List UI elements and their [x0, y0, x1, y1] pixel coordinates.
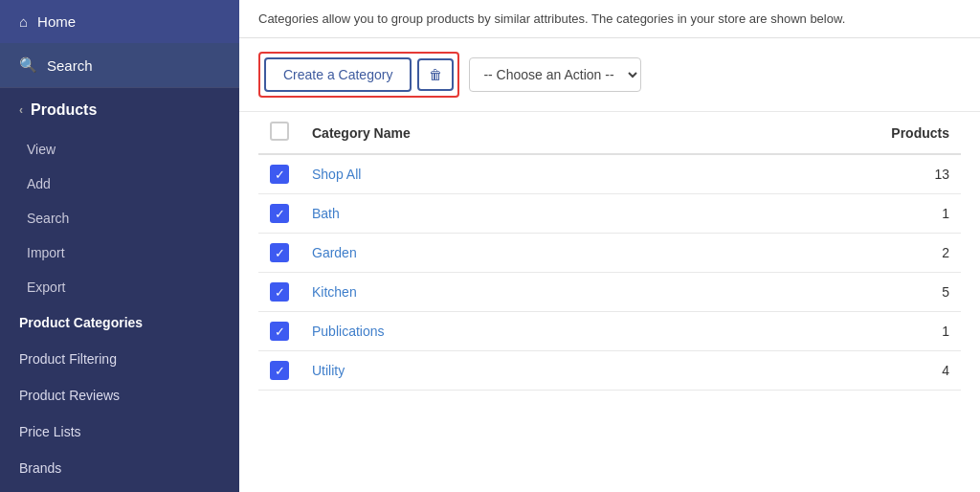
- table-row: ✓ Garden 2: [258, 234, 961, 273]
- sidebar-home-label: Home: [37, 13, 76, 30]
- sidebar-subitem-import-label: Import: [27, 245, 65, 260]
- row-category-link-0[interactable]: Shop All: [312, 167, 361, 182]
- toolbar-highlight-box: Create a Category 🗑: [258, 52, 459, 98]
- sidebar-item-price-lists[interactable]: Price Lists: [0, 414, 239, 450]
- sidebar-item-product-filtering[interactable]: Product Filtering: [0, 341, 239, 377]
- row-category-name-3: Kitchen: [301, 273, 697, 312]
- sidebar-subitem-export-label: Export: [27, 280, 65, 295]
- sidebar-subitem-view[interactable]: View: [0, 132, 239, 167]
- table-row: ✓ Kitchen 5: [258, 273, 961, 312]
- sidebar: ⌂ Home 🔍 Search ‹ Products View Add Sear…: [0, 0, 239, 492]
- home-icon: ⌂: [19, 13, 28, 30]
- delete-button[interactable]: 🗑: [417, 58, 454, 91]
- sidebar-search-top-label: Search: [47, 57, 93, 74]
- row-checkbox-0[interactable]: ✓: [270, 165, 289, 184]
- row-checkbox-1[interactable]: ✓: [270, 204, 289, 223]
- sidebar-subitem-search[interactable]: Search: [0, 201, 239, 235]
- trash-icon: 🗑: [429, 67, 442, 82]
- row-category-name-2: Garden: [301, 234, 697, 273]
- row-checkbox-cell-2: ✓: [258, 234, 301, 273]
- row-category-link-1[interactable]: Bath: [312, 206, 340, 221]
- sidebar-item-brands-label: Brands: [19, 460, 61, 476]
- row-checkbox-cell-5: ✓: [258, 351, 301, 391]
- sidebar-subitem-import[interactable]: Import: [0, 235, 239, 270]
- row-checkbox-4[interactable]: ✓: [270, 322, 289, 341]
- sidebar-item-price-lists-label: Price Lists: [19, 424, 81, 439]
- table-row: ✓ Utility 4: [258, 351, 961, 391]
- col-header-products: Products: [697, 112, 961, 154]
- select-all-checkbox[interactable]: [270, 122, 289, 141]
- main-content: Categories allow you to group products b…: [239, 0, 980, 492]
- sidebar-subitem-view-label: View: [27, 142, 56, 157]
- row-products-count-5: 4: [697, 351, 961, 391]
- row-products-count-4: 1: [697, 312, 961, 351]
- main-description: Categories allow you to group products b…: [239, 0, 980, 38]
- row-checkbox-cell-4: ✓: [258, 312, 301, 351]
- col-header-category: Category Name: [301, 112, 697, 154]
- main-description-text: Categories allow you to group products b…: [258, 11, 845, 26]
- categories-table: Category Name Products ✓ Shop All 13 ✓ B…: [258, 112, 961, 391]
- row-category-name-0: Shop All: [301, 154, 697, 194]
- row-checkbox-3[interactable]: ✓: [270, 282, 289, 302]
- row-category-link-3[interactable]: Kitchen: [312, 284, 357, 300]
- sidebar-item-product-categories[interactable]: Product Categories: [0, 304, 239, 341]
- table-row: ✓ Shop All 13: [258, 154, 961, 194]
- create-category-button[interactable]: Create a Category: [264, 57, 412, 92]
- row-category-name-1: Bath: [301, 194, 697, 234]
- sidebar-subitem-export[interactable]: Export: [0, 270, 239, 304]
- sidebar-item-home[interactable]: ⌂ Home: [0, 0, 239, 43]
- sidebar-item-product-categories-label: Product Categories: [19, 315, 143, 330]
- sidebar-item-product-filtering-label: Product Filtering: [19, 351, 117, 367]
- row-checkbox-cell-3: ✓: [258, 273, 301, 312]
- sidebar-item-product-reviews-label: Product Reviews: [19, 388, 120, 403]
- row-products-count-3: 5: [697, 273, 961, 312]
- sidebar-item-search-top[interactable]: 🔍 Search: [0, 43, 239, 87]
- row-category-link-4[interactable]: Publications: [312, 324, 385, 339]
- sidebar-item-product-reviews[interactable]: Product Reviews: [0, 377, 239, 414]
- sidebar-subitem-search-label: Search: [27, 211, 69, 226]
- sidebar-subitem-add-label: Add: [27, 176, 51, 191]
- row-checkbox-5[interactable]: ✓: [270, 361, 289, 380]
- row-checkbox-2[interactable]: ✓: [270, 243, 289, 262]
- row-category-link-5[interactable]: Utility: [312, 363, 345, 378]
- row-products-count-1: 1: [697, 194, 961, 234]
- action-select[interactable]: -- Choose an Action -- Delete: [469, 57, 641, 92]
- row-checkbox-cell-1: ✓: [258, 194, 301, 234]
- sidebar-products-header[interactable]: ‹ Products: [0, 87, 239, 132]
- search-icon-top: 🔍: [19, 56, 37, 74]
- row-products-count-0: 13: [697, 154, 961, 194]
- row-category-name-4: Publications: [301, 312, 697, 351]
- chevron-left-icon: ‹: [19, 103, 23, 117]
- row-products-count-2: 2: [697, 234, 961, 273]
- main-toolbar: Create a Category 🗑 -- Choose an Action …: [239, 38, 980, 112]
- select-all-header: [258, 112, 301, 154]
- categories-table-container: Category Name Products ✓ Shop All 13 ✓ B…: [239, 112, 980, 492]
- sidebar-item-brands[interactable]: Brands: [0, 450, 239, 486]
- row-category-link-2[interactable]: Garden: [312, 245, 357, 260]
- sidebar-products-label: Products: [31, 101, 97, 119]
- row-checkbox-cell-0: ✓: [258, 154, 301, 194]
- sidebar-subitem-add[interactable]: Add: [0, 167, 239, 201]
- row-category-name-5: Utility: [301, 351, 697, 391]
- table-row: ✓ Bath 1: [258, 194, 961, 234]
- sidebar-subitems: View Add Search Import Export: [0, 132, 239, 304]
- table-row: ✓ Publications 1: [258, 312, 961, 351]
